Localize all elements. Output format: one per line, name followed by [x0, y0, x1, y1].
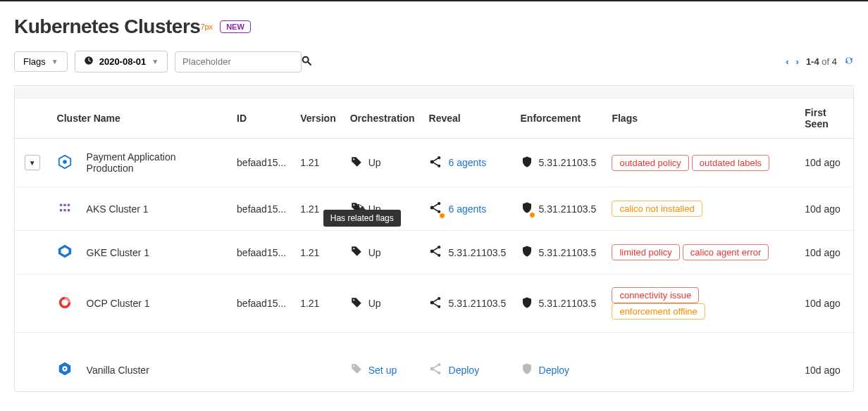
cluster-name: OCP Cluster 1	[87, 298, 150, 309]
flags-cell: limited policycalico agent error	[604, 231, 798, 274]
cluster-type-icon	[57, 295, 73, 312]
reveal-value: 5.31.21103.5	[449, 298, 507, 309]
table-row[interactable]: ▼Payment Application Productionbefaad15.…	[15, 139, 853, 187]
svg-line-9	[433, 158, 438, 161]
expand-toggle[interactable]: ▼	[25, 155, 40, 170]
flags-dropdown[interactable]: Flags ▼	[14, 51, 68, 72]
flags-cell	[604, 333, 798, 392]
clock-icon	[84, 56, 94, 68]
flag-badge[interactable]: limited policy	[612, 244, 679, 260]
pager: ‹ › 1-4 of 4	[786, 56, 854, 68]
orchestration-status: Up	[368, 157, 381, 168]
graph-icon	[429, 296, 443, 312]
cluster-version: 1.21	[293, 231, 343, 274]
search-input[interactable]	[182, 55, 301, 68]
cluster-id: befaad15...	[230, 274, 293, 333]
cluster-version	[293, 333, 343, 392]
cluster-id: befaad15...	[230, 187, 293, 231]
svg-point-11	[59, 204, 62, 207]
tag-icon	[350, 156, 363, 170]
search-wrap	[175, 51, 302, 72]
svg-line-22	[433, 208, 438, 211]
reveal-value[interactable]: 6 agents	[449, 203, 487, 215]
prev-page[interactable]: ‹	[786, 56, 788, 67]
flags-cell: calico not installed	[604, 187, 798, 231]
first-seen: 10d ago	[798, 333, 853, 392]
pager-of: of	[822, 56, 829, 67]
svg-line-10	[433, 162, 438, 165]
enforcement-value[interactable]: Deploy	[539, 365, 570, 376]
cluster-name: AKS Cluster 1	[87, 203, 149, 215]
svg-point-16	[67, 209, 70, 212]
svg-point-17	[353, 204, 354, 206]
cluster-type-icon	[57, 361, 73, 379]
col-cluster-name[interactable]: Cluster Name	[50, 99, 230, 139]
first-seen: 10d ago	[798, 231, 853, 274]
svg-point-31	[353, 299, 354, 301]
flag-badge[interactable]: outdated policy	[612, 155, 688, 171]
shield-icon	[521, 201, 533, 216]
svg-point-14	[59, 209, 62, 212]
cluster-type-icon	[57, 200, 73, 217]
search-icon[interactable]	[301, 55, 312, 69]
svg-line-2	[308, 62, 311, 65]
col-version[interactable]: Version	[293, 99, 343, 139]
cluster-name: Vanilla Cluster	[87, 365, 149, 376]
svg-line-21	[433, 204, 438, 207]
cluster-id: befaad15...	[230, 139, 293, 187]
cluster-version: 1.21	[293, 139, 343, 187]
svg-line-45	[433, 369, 438, 372]
flag-badge[interactable]: calico agent error	[683, 244, 769, 260]
flag-badge[interactable]: connectivity issue	[612, 287, 699, 303]
flags-cell: outdated policyoutdated labels	[604, 139, 798, 187]
graph-icon	[429, 244, 443, 260]
pager-range: 1-4	[806, 56, 819, 67]
svg-point-15	[63, 209, 66, 212]
shield-icon	[521, 156, 533, 170]
cluster-type-icon	[57, 244, 73, 261]
chevron-down-icon: ▼	[151, 58, 159, 65]
first-seen: 10d ago	[798, 274, 853, 333]
table-row[interactable]: GKE Cluster 1befaad15...1.21Up5.31.21103…	[15, 231, 853, 274]
graph-icon	[429, 201, 443, 217]
cluster-version: 1.21	[293, 274, 343, 333]
tooltip: Has related flags	[323, 210, 401, 227]
table-row[interactable]: AKS Cluster 1befaad15...1.21UpHas relate…	[15, 187, 853, 231]
svg-point-13	[67, 204, 70, 207]
tag-icon	[350, 362, 363, 377]
table-row[interactable]: Vanilla ClusterSet upDeployDeploy10d ago	[15, 333, 853, 392]
svg-line-30	[433, 252, 438, 255]
orchestration-status[interactable]: Set up	[368, 365, 397, 376]
col-enforcement[interactable]: Enforcement	[514, 99, 605, 139]
cluster-id: befaad15...	[230, 231, 293, 274]
flags-cell: connectivity issueenforcement offline	[604, 274, 798, 333]
cluster-id	[230, 333, 293, 392]
reveal-value[interactable]: Deploy	[449, 365, 480, 376]
refresh-icon[interactable]	[844, 56, 854, 68]
chevron-down-icon: ▼	[51, 58, 58, 65]
enforcement-value: 5.31.21103.5	[539, 247, 597, 258]
col-id[interactable]: ID	[230, 99, 293, 139]
col-flags[interactable]: Flags	[604, 99, 798, 139]
svg-point-40	[353, 365, 354, 367]
flags-label: Flags	[23, 56, 46, 67]
col-reveal[interactable]: Reveal	[422, 99, 514, 139]
svg-point-5	[353, 158, 354, 160]
enforcement-value: 5.31.21103.5	[539, 298, 597, 309]
col-first-seen[interactable]: First Seen	[798, 99, 853, 139]
table-row[interactable]: OCP Cluster 1befaad15...1.21Up5.31.21103…	[15, 274, 853, 333]
next-page[interactable]: ›	[796, 56, 799, 67]
reveal-value[interactable]: 6 agents	[449, 157, 487, 168]
svg-line-35	[433, 299, 438, 302]
flag-badge[interactable]: enforcement offline	[612, 303, 705, 320]
shield-icon	[521, 362, 533, 377]
cluster-name: Payment Application Production	[87, 151, 176, 174]
flag-badge[interactable]: outdated labels	[692, 155, 769, 171]
date-dropdown[interactable]: 2020-08-01 ▼	[75, 51, 168, 72]
col-orchestration[interactable]: Orchestration	[343, 99, 422, 139]
tag-icon	[350, 245, 363, 260]
graph-icon	[429, 155, 443, 171]
flag-badge[interactable]: calico not installed	[612, 201, 702, 217]
cluster-name: GKE Cluster 1	[87, 247, 149, 258]
enforcement-value: 5.31.21103.5	[539, 157, 597, 168]
